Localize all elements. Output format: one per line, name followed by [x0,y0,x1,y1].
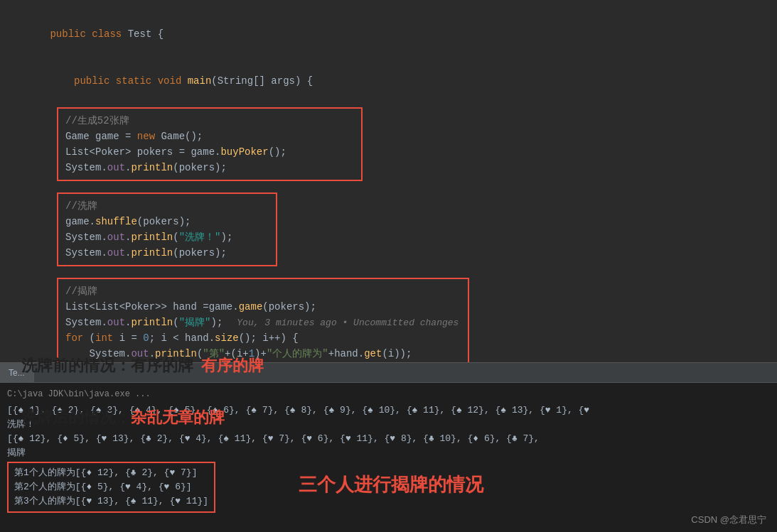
terminal-line-shuffled: [{♠ 12}, {♦ 5}, {♥ 13}, {♣ 2}, {♥ 4}, {♠… [7,432,770,446]
red-box-shuffle: //洗牌 game.shuffle(pokers); System.out.pr… [57,192,277,266]
terminal-line-shuffle-label: 洗牌！ [7,418,770,432]
hands-box: 第1个人的牌为[{♦ 12}, {♣ 2}, {♥ 7}] 第2个人的牌为[{♦… [7,462,215,513]
code-println-reveal-line: System.out.println("揭牌"); You, 3 minutes… [65,315,461,330]
shuffle-label: 洗牌！ [7,419,35,430]
red-box-generate: //生成52张牌 Game game = new Game(); List<Po… [57,107,363,181]
code-game-new: Game game = new Game(); [65,129,354,144]
terminal-output: C:\java JDK\bin\java.exe ... [{♠ 1}, {♠ … [0,383,777,517]
terminal-line-reveal-label: 揭牌 [7,446,770,460]
comment-reveal: //揭牌 [65,283,461,299]
run-info: C:\java JDK\bin\java.exe ... [7,387,770,401]
code-println-pokers-1: System.out.println(pokers); [65,160,354,175]
terminal-line-ordered: [{♠ 1}, {♠ 2}, {♠ 3}, {♠ 4}, {♠ 5}, {♠ 6… [7,403,770,418]
hand3-text: 第3个人的牌为[{♥ 13}, {♠ 11}, {♥ 11}] [14,494,208,509]
code-shuffle: game.shuffle(pokers); [65,214,269,229]
csdn-watermark: CSDN @念君思宁 [691,514,766,526]
code-println-pokers-2: System.out.println(pokers); [65,245,269,261]
git-annotation: You, 3 minutes ago • Uncommitted changes [237,317,459,328]
comment-shuffle: //洗牌 [65,198,269,214]
code-editor: public class Test { public static void m… [0,0,777,362]
code-line-1: public class Test { [14,11,763,58]
comment-generate: //生成52张牌 [65,113,354,129]
terminal-area: Te... C:\java JDK\bin\java.exe ... [{♠ 1… [0,362,777,532]
hand1-text: 第1个人的牌为[{♦ 12}, {♣ 2}, {♥ 7}] [14,466,208,480]
shuffled-cards-text: [{♠ 12}, {♦ 5}, {♥ 13}, {♣ 2}, {♥ 4}, {♠… [7,433,540,444]
code-list-pokers: List<Poker> pokers = game.buyPoker(); [65,144,354,160]
red-box-reveal: //揭牌 List<List<Poker>> hand =game.game(p… [57,278,469,362]
code-println-shuffle: System.out.println("洗牌！"); [65,229,269,245]
terminal-tab[interactable]: Te... [0,363,34,382]
hand2-text: 第2个人的牌为[{♦ 5}, {♥ 4}, {♥ 6}] [14,480,208,494]
code-hand-list: List<List<Poker>> hand =game.game(pokers… [65,299,461,315]
code-println-hand: System.out.println("第"+(i+1)+"个人的牌为"+han… [65,346,461,362]
reveal-label: 揭牌 [7,447,26,458]
terminal-tab-bar: Te... [0,363,777,383]
code-line-2: public static void main(String[] args) { [14,58,763,104]
ordered-cards-text: [{♠ 1}, {♠ 2}, {♠ 3}, {♠ 4}, {♠ 5}, {♠ 6… [7,405,589,416]
code-for-loop: for (int i = 0; i < hand.size(); i++) { [65,330,461,346]
